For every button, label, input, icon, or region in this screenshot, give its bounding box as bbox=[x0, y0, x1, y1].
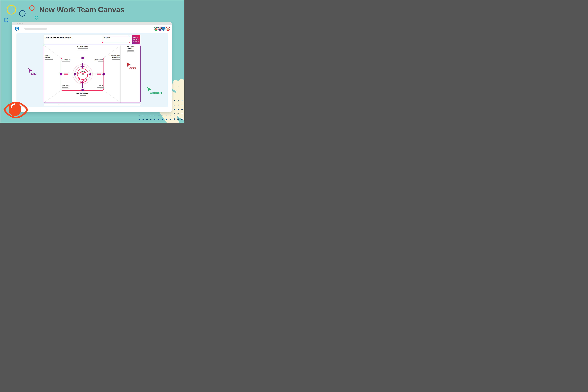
template-header: NEW WORK TEAM CANVAS TEAM NAME NEW WORK … bbox=[44, 35, 140, 44]
add-button-left[interactable] bbox=[60, 73, 62, 76]
team-name-field[interactable]: TEAM NAME bbox=[102, 36, 130, 43]
page-title: New Work Team Canvas bbox=[39, 5, 124, 14]
deco-circle-navy bbox=[20, 10, 25, 16]
browser-window: NEW WORK TEAM CANVAS TEAM NAME NEW WORK … bbox=[12, 22, 172, 112]
scrollbar-track-segment[interactable] bbox=[44, 105, 59, 105]
deco-circle-yellow bbox=[7, 6, 16, 14]
deco-circle-red bbox=[30, 6, 34, 10]
section-people-roles: PEOPLE & ROLES bbox=[45, 55, 50, 58]
whiteboard-canvas-area[interactable]: NEW WORK TEAM CANVAS TEAM NAME NEW WORK … bbox=[16, 33, 168, 107]
placeholder-lines bbox=[62, 87, 69, 89]
section-purpose: PURPOSE bbox=[74, 70, 91, 72]
scrollbar-thumb[interactable] bbox=[59, 105, 64, 105]
placeholder-lines bbox=[97, 62, 104, 63]
placeholder-lines bbox=[62, 62, 70, 63]
cursor-label: Amira bbox=[129, 67, 136, 69]
placeholder-lines bbox=[112, 59, 120, 60]
cursor-label: Lilly bbox=[31, 72, 36, 75]
add-button-bottom[interactable] bbox=[82, 89, 84, 91]
template-title: NEW WORK TEAM CANVAS bbox=[44, 36, 72, 39]
decorative-circles bbox=[2, 3, 40, 23]
placeholder-lines bbox=[76, 48, 89, 50]
eye-illustration bbox=[3, 101, 28, 119]
window-controls bbox=[17, 23, 23, 24]
page: New Work Team Canvas bbox=[0, 0, 184, 123]
dot-grid bbox=[137, 113, 184, 123]
section-implement-adapt: IMPLEMENT & ADAPT bbox=[122, 46, 139, 49]
placeholder-lines bbox=[78, 95, 88, 96]
canvas-artwork bbox=[44, 46, 140, 102]
browser-titlebar bbox=[12, 22, 172, 25]
section-self-organization: SELF-ORGANIZATION bbox=[72, 92, 93, 94]
add-button-right[interactable] bbox=[102, 73, 105, 76]
section-added-value: ADDED VALUE bbox=[62, 59, 70, 61]
collaborators-icon[interactable] bbox=[162, 26, 166, 31]
section-values: VALUES bbox=[93, 85, 104, 87]
add-button-top[interactable] bbox=[82, 57, 84, 60]
placeholder-lines bbox=[95, 87, 104, 89]
canvas-scrollbar[interactable] bbox=[44, 104, 140, 106]
female-avatar-red-ring[interactable] bbox=[166, 26, 170, 31]
team-name-label: TEAM NAME bbox=[103, 37, 110, 38]
deco-circle-teal bbox=[35, 16, 38, 19]
conceptboard-logo-icon[interactable] bbox=[15, 27, 19, 32]
window-control-dot[interactable] bbox=[19, 23, 20, 24]
new-work-hub-logo: NEW WORK HUB bbox=[132, 35, 140, 44]
placeholder-lines bbox=[127, 50, 134, 53]
team-canvas-template: EFFECTIVE WORK IMPLEMENT & ADAPT PEOPLE … bbox=[44, 45, 140, 103]
window-control-dot[interactable] bbox=[22, 23, 23, 24]
section-communication-feedback: COMMUNICATION & FEEDBACK bbox=[104, 55, 120, 58]
scrollbar-track-segment[interactable] bbox=[64, 105, 75, 105]
board-title-placeholder[interactable] bbox=[24, 28, 47, 30]
male-avatar-green-ring[interactable] bbox=[154, 26, 158, 31]
cursor-label: Alejandro bbox=[150, 91, 162, 94]
placeholder-lines bbox=[45, 59, 53, 60]
window-control-dot[interactable] bbox=[17, 23, 18, 24]
section-effective-work: EFFECTIVE WORK bbox=[72, 46, 93, 48]
section-strenghts: STRENGHTS bbox=[62, 85, 69, 87]
deco-circle-blue bbox=[4, 18, 8, 22]
section-stakeholder: STAKEHOLDER bbox=[90, 59, 104, 61]
